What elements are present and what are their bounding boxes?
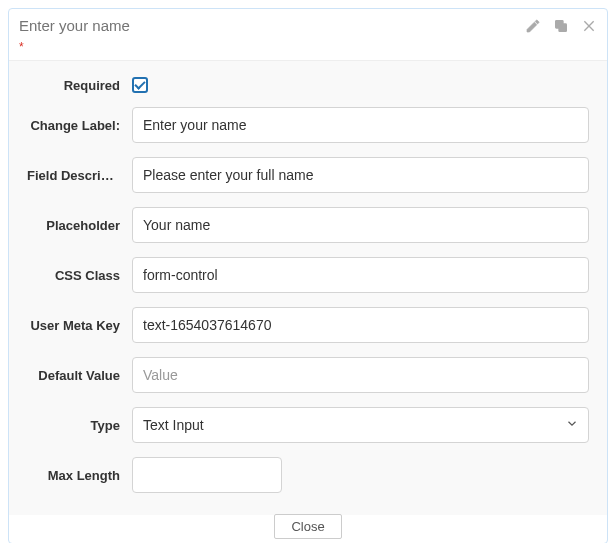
row-css-class: CSS Class bbox=[27, 257, 589, 293]
field-description-input[interactable] bbox=[132, 157, 589, 193]
row-default-value: Default Value bbox=[27, 357, 589, 393]
label-max-length: Max Length bbox=[27, 468, 132, 483]
required-asterisk: * bbox=[9, 40, 607, 60]
label-user-meta-key: User Meta Key bbox=[27, 318, 132, 333]
default-value-input[interactable] bbox=[132, 357, 589, 393]
label-placeholder: Placeholder bbox=[27, 218, 132, 233]
css-class-input[interactable] bbox=[132, 257, 589, 293]
row-placeholder: Placeholder bbox=[27, 207, 589, 243]
form-body: Required Change Label: Field Descript...… bbox=[9, 60, 607, 515]
label-required: Required bbox=[27, 78, 132, 93]
close-button[interactable]: Close bbox=[274, 514, 341, 539]
row-type: Type bbox=[27, 407, 589, 443]
label-field-description: Field Descript... bbox=[27, 168, 132, 183]
max-length-input[interactable] bbox=[132, 457, 282, 493]
svg-rect-1 bbox=[556, 20, 563, 27]
row-max-length: Max Length bbox=[27, 457, 589, 493]
field-settings-dialog: * Required Change Label: Field Descript.… bbox=[8, 8, 608, 543]
label-default-value: Default Value bbox=[27, 368, 132, 383]
label-change-label: Change Label: bbox=[27, 118, 132, 133]
row-field-description: Field Descript... bbox=[27, 157, 589, 193]
header-actions bbox=[525, 18, 597, 34]
row-user-meta-key: User Meta Key bbox=[27, 307, 589, 343]
required-checkbox[interactable] bbox=[132, 77, 148, 93]
copy-icon[interactable] bbox=[553, 18, 569, 34]
user-meta-key-input[interactable] bbox=[132, 307, 589, 343]
dialog-header bbox=[9, 9, 607, 40]
close-icon[interactable] bbox=[581, 18, 597, 34]
change-label-input[interactable] bbox=[132, 107, 589, 143]
field-title-input[interactable] bbox=[19, 13, 525, 38]
pencil-icon[interactable] bbox=[525, 18, 541, 34]
dialog-footer: Close bbox=[9, 515, 607, 543]
type-select[interactable] bbox=[132, 407, 589, 443]
row-required: Required bbox=[27, 77, 589, 93]
placeholder-input[interactable] bbox=[132, 207, 589, 243]
label-css-class: CSS Class bbox=[27, 268, 132, 283]
label-type: Type bbox=[27, 418, 132, 433]
row-change-label: Change Label: bbox=[27, 107, 589, 143]
